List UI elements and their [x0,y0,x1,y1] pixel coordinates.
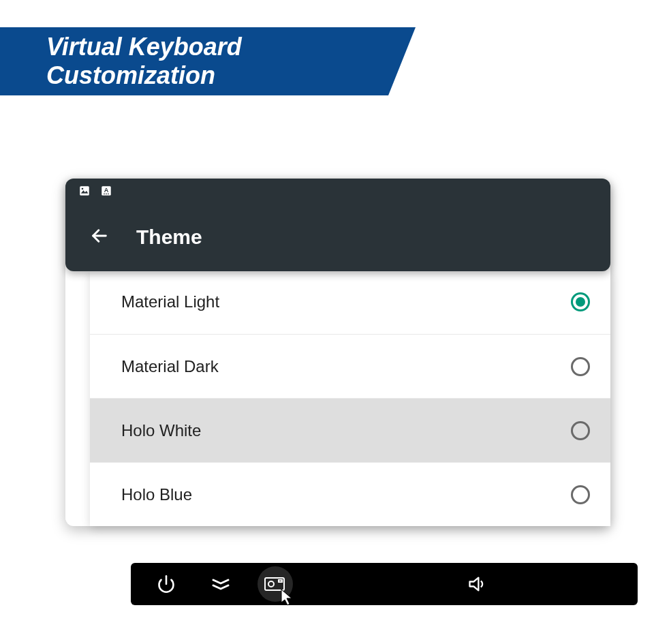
panel-header: A Theme [65,179,610,271]
svg-rect-7 [108,194,109,195]
settings-panel: A Theme Material LightMaterial DarkHolo … [65,179,610,526]
svg-point-2 [82,188,84,190]
svg-rect-0 [80,186,89,196]
volume-button[interactable] [459,566,495,602]
screenshot-button[interactable] [258,566,293,602]
svg-point-11 [268,581,274,587]
emulator-navbar [131,563,638,605]
keyboard-icon: A [99,184,113,198]
theme-list: Material LightMaterial DarkHolo WhiteHol… [90,270,610,526]
theme-option[interactable]: Material Light [90,270,610,334]
svg-rect-6 [106,194,107,195]
radio-button[interactable] [571,357,590,376]
power-button[interactable] [149,566,184,602]
theme-option[interactable]: Holo Blue [90,462,610,526]
theme-label: Holo Blue [121,485,192,504]
image-icon [78,184,91,198]
expand-button[interactable] [203,566,238,602]
theme-option[interactable]: Holo White [90,398,610,462]
radio-button[interactable] [571,485,590,504]
theme-option[interactable]: Material Dark [90,334,610,398]
radio-button[interactable] [571,421,590,440]
svg-text:A: A [104,187,109,194]
svg-rect-12 [279,580,282,582]
screen-title: Theme [136,226,202,249]
banner-title: Virtual Keyboard Customization [46,33,416,90]
svg-rect-5 [104,194,105,195]
back-arrow-icon[interactable] [90,226,109,248]
svg-marker-13 [470,578,479,591]
title-bar: Theme [65,203,610,271]
theme-label: Holo White [121,421,201,440]
radio-button[interactable] [571,292,590,311]
page-banner: Virtual Keyboard Customization [0,27,416,95]
theme-label: Material Dark [121,357,219,376]
status-bar: A [65,179,610,203]
theme-label: Material Light [121,292,219,311]
